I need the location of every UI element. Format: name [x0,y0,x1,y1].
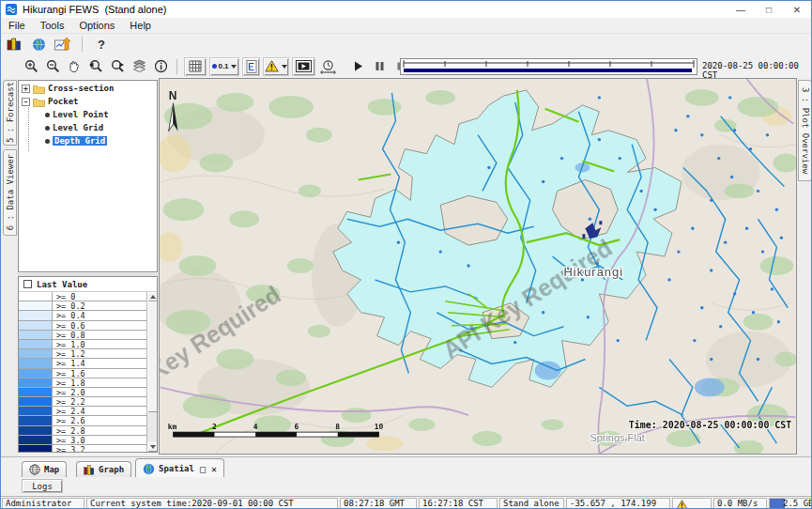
tab-data-viewer[interactable]: 6 : Data Viewer [3,149,17,236]
tree-item-label: Cross-section [48,84,114,93]
zoom-previous-icon[interactable] [86,57,105,76]
legend-row: >= 1.8 [19,378,157,388]
layers-icon[interactable] [130,57,148,76]
tree-item-depth-grid[interactable]: Depth Grid [19,135,157,147]
folder-icon [33,84,45,94]
legend-row: >= 2.6 [19,416,157,425]
animation-panel-button[interactable] [292,57,315,76]
toolbar-separator [82,37,83,52]
legend-swatch [19,301,53,310]
legend-swatch [19,426,53,435]
tab-forecast[interactable]: 5 : Forecast [3,80,17,146]
chevron-down-icon [231,65,237,69]
status-coordinates: -35.657 , 174.199 [566,498,670,509]
collapse-toggle-icon[interactable]: - [22,98,30,106]
menu-tools[interactable]: Tools [33,20,72,31]
database-icon[interactable] [5,35,23,54]
tree-item-label: Pocket [48,97,79,106]
legend-swatch [19,331,53,339]
legend-row: >= 1.0 [19,340,157,349]
play-icon[interactable] [348,57,367,76]
tab-plot-overview[interactable]: 3 : Plot Overview [798,80,812,181]
legend-swatch [19,388,53,396]
expand-toggle-icon[interactable]: + [22,85,30,93]
info-icon[interactable] [151,57,170,76]
menu-file[interactable]: File [1,20,33,31]
help-button[interactable]: ? [92,35,111,54]
tab-graph[interactable]: Graph [76,461,131,477]
grid-value-dropdown[interactable]: 0.1 [209,57,239,76]
timeline-slider[interactable] [400,58,697,75]
logs-button[interactable]: Logs [22,479,63,493]
globe-icon[interactable] [29,35,48,54]
tree-item-level-point[interactable]: Level Point [19,109,157,120]
legend-row: >= 0.6 [19,321,157,331]
bullet-icon [45,139,50,144]
svg-text:4: 4 [253,423,258,431]
menu-bar: File Tools Options Help [1,18,811,34]
menu-help[interactable]: Help [122,20,159,31]
left-tab-strip: 5 : Forecast 6 : Data Viewer [1,78,18,456]
tree-item-level-grid[interactable]: Level Grid [19,122,157,133]
tree-item-pocket[interactable]: - Pocket [19,96,157,107]
tree-item-label: Level Grid [53,123,103,132]
grid-value-dot-icon [212,64,217,69]
legend-swatch [19,359,53,367]
legend-row: >= 2.8 [19,426,157,436]
bar-chart-icon [84,464,95,475]
legend-row: >= 0.8 [19,331,157,340]
maximize-button[interactable]: □ [755,1,783,18]
grid-display-button[interactable] [184,57,207,76]
status-local-time: 16:27:18 CST [419,498,498,509]
map-area: API Key Required API Key Required N Hiku… [159,78,797,455]
menu-options[interactable]: Options [71,20,122,31]
pause-icon[interactable] [370,57,389,76]
warning-dropdown-button[interactable] [263,57,289,76]
map-canvas[interactable]: API Key Required API Key Required N Hiku… [160,79,796,454]
legend-row: >= 1.4 [19,359,157,368]
legend-swatch [19,340,53,348]
status-network-rate: 0.0 MB/s [713,498,767,509]
status-warning-cell [672,498,712,509]
close-button[interactable]: ✕ [783,1,811,18]
pan-hand-icon[interactable] [65,57,84,76]
chevron-down-icon [282,65,287,69]
legend-swatch [19,407,53,415]
tab-map[interactable]: Map [22,461,67,477]
legend-row: >= 3.0 [19,436,157,445]
grid-value-label: 0.1 [218,62,228,70]
status-user: Administrator [2,498,84,509]
scroll-down-icon[interactable] [147,442,157,452]
status-gmt-time: 08:27:18 GMT [340,498,417,509]
zoom-in-icon[interactable] [22,57,40,76]
status-bar: Administrator Current system time:2020-0… [1,496,811,509]
tree-item-cross-section[interactable]: + Cross-section [19,83,157,94]
bullet-icon [45,113,50,117]
time-settings-icon[interactable] [318,57,337,76]
svg-text:6: 6 [295,423,299,431]
status-system-time: Current system time:2020-09-01 00:00 CST [86,498,338,509]
warning-icon[interactable] [676,500,688,509]
legend-scrollbar[interactable] [146,292,157,452]
bottom-tab-bar: Map Graph Spatial □ ✕ [1,456,811,477]
zoom-out-icon[interactable] [43,57,62,76]
map-time-label: Time: 2020-08-25 00:00:00 CST [629,420,792,430]
scroll-up-icon[interactable] [147,292,157,301]
zoom-next-icon[interactable] [108,57,127,76]
minimize-button[interactable]: — [727,1,755,18]
legend-swatch [19,349,53,358]
scrollbar-thumb[interactable] [147,301,157,412]
app-window: Hikurangi FEWS (Stand alone) — □ ✕ File … [0,0,812,509]
chart-export-icon[interactable] [54,35,72,54]
legend-edit-button[interactable] [242,57,260,76]
panel-restore-button[interactable]: □ [200,464,206,474]
memory-label: 2.5 GB [770,499,812,508]
title-bar: Hikurangi FEWS (Stand alone) — □ ✕ [1,1,811,18]
svg-text:10: 10 [375,423,384,431]
legend-panel: Last Value >= 0 >= 0.2 >= 0.4 >= 0.6 >= … [18,276,158,453]
tab-spatial[interactable]: Spatial □ ✕ [135,458,224,478]
status-mode: Stand alone [499,498,564,509]
last-value-checkbox[interactable] [23,280,32,288]
panel-close-button[interactable]: ✕ [211,464,217,474]
legend-row: >= 1.2 [19,349,157,359]
